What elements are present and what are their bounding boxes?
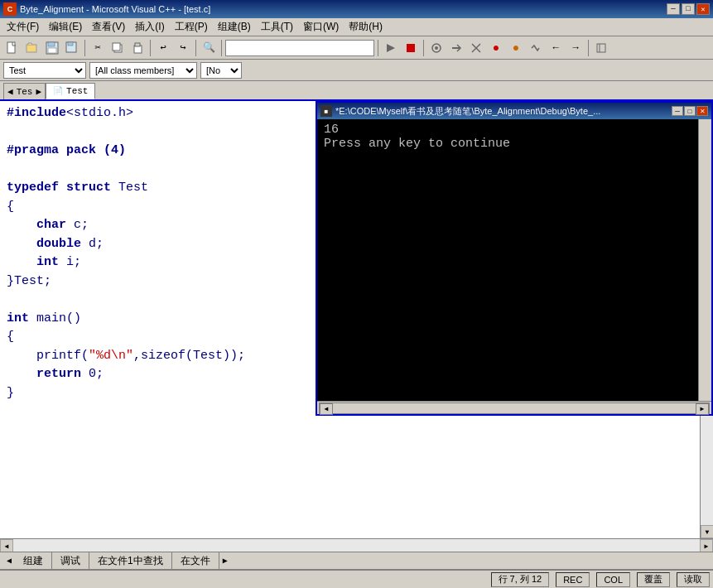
console-min-btn[interactable]: ─ xyxy=(672,106,683,116)
toolbar-sep-4 xyxy=(221,40,222,56)
console-icon: ■ xyxy=(320,105,332,117)
toolbar-sep-7 xyxy=(588,40,589,56)
toolbar-sep-5 xyxy=(378,40,378,56)
editor-scrollbar-h: ◀ ▶ xyxy=(0,538,713,552)
title-bar: C Byte_Alignment - Microsoft Visual C++ … xyxy=(0,0,713,18)
svg-rect-4 xyxy=(48,48,56,53)
open-button[interactable] xyxy=(23,39,41,57)
main-toolbar: ✂ ↩ ↪ 🔍 ● ● xyxy=(0,36,713,60)
console-bottom-bar: ◀ ▶ xyxy=(317,401,711,414)
status-read: 读取 xyxy=(677,572,710,587)
console-scroll-left[interactable]: ◀ xyxy=(320,403,333,415)
save-all-button[interactable] xyxy=(63,39,81,57)
menu-build[interactable]: 组建(B) xyxy=(213,18,256,36)
svg-point-14 xyxy=(435,46,438,50)
svg-rect-18 xyxy=(597,44,605,52)
close-button[interactable]: ✕ xyxy=(696,3,710,15)
toolbar-sep-1 xyxy=(84,40,85,56)
toolbar-sep-3 xyxy=(195,40,196,56)
menu-help[interactable]: 帮助(H) xyxy=(344,18,388,36)
menu-tools[interactable]: 工具(T) xyxy=(256,18,298,36)
menu-insert[interactable]: 插入(I) xyxy=(130,18,169,36)
console-hscroll[interactable]: ◀ ▶ xyxy=(319,402,710,414)
tab-testc[interactable]: 📄 Test xyxy=(46,83,95,99)
maximize-button[interactable]: □ xyxy=(682,3,695,15)
console-scroll-track xyxy=(333,403,696,413)
bottom-tab-right-arrow[interactable]: ▶ xyxy=(219,554,231,567)
menu-bar: 文件(F) 编辑(E) 查看(V) 插入(I) 工程(P) 组建(B) 工具(T… xyxy=(0,18,713,36)
status-bar: 行 7, 列 12 REC COL 覆盖 读取 xyxy=(0,570,713,588)
content-area: #include<stdio.h> #pragma pack (4) typed… xyxy=(0,101,713,588)
toolbar-btn-7[interactable]: ← xyxy=(547,39,565,57)
copy-button[interactable] xyxy=(108,39,127,57)
bottom-tab-debug[interactable]: 调试 xyxy=(52,552,89,569)
class-combo[interactable]: Test xyxy=(3,62,86,79)
menu-project[interactable]: 工程(P) xyxy=(170,18,213,36)
find-button[interactable]: 🔍 xyxy=(200,39,218,57)
cut-button[interactable]: ✂ xyxy=(89,39,107,57)
console-close-btn[interactable]: ✕ xyxy=(696,106,708,116)
menu-edit[interactable]: 编辑(E) xyxy=(44,18,87,36)
scroll-left-btn[interactable]: ◀ xyxy=(0,539,13,552)
console-line-1: 16 xyxy=(324,123,691,137)
console-title-text: *E:\CODE\Myself\看书及思考随笔\Byte_Alignment\D… xyxy=(335,105,600,118)
compile-button[interactable] xyxy=(382,39,400,57)
menu-file[interactable]: 文件(F) xyxy=(2,18,44,36)
redo-button[interactable]: ↪ xyxy=(174,39,192,57)
console-title-left: ■ *E:\CODE\Myself\看书及思考随笔\Byte_Alignment… xyxy=(320,105,600,118)
toolbar-btn-3[interactable] xyxy=(467,39,485,57)
bottom-tab-left-arrow[interactable]: ◀ xyxy=(3,554,15,567)
toolbar-btn-4[interactable]: ● xyxy=(487,39,505,57)
title-bar-controls: ─ □ ✕ xyxy=(667,3,710,15)
console-title-bar: ■ *E:\CODE\Myself\看书及思考随笔\Byte_Alignment… xyxy=(317,103,711,119)
new-button[interactable] xyxy=(3,39,22,57)
console-window: ■ *E:\CODE\Myself\看书及思考随笔\Byte_Alignment… xyxy=(316,101,713,416)
status-rec: REC xyxy=(556,572,590,587)
toolbar-btn-9[interactable] xyxy=(592,39,610,57)
status-rowcol: 行 7, 列 12 xyxy=(491,572,550,587)
save-button[interactable] xyxy=(43,39,61,57)
toolbar-sep-2 xyxy=(150,40,151,56)
svg-rect-0 xyxy=(7,42,15,53)
console-scroll-right[interactable]: ▶ xyxy=(696,403,709,415)
app-window: C Byte_Alignment - Microsoft Visual C++ … xyxy=(0,0,713,588)
scroll-down-btn[interactable]: ▼ xyxy=(701,525,713,538)
paste-button[interactable] xyxy=(128,39,147,57)
minimize-button[interactable]: ─ xyxy=(667,3,680,15)
members-combo[interactable]: [All class members] xyxy=(89,62,197,79)
toolbar-btn-8[interactable]: → xyxy=(566,39,585,57)
tab-nav[interactable]: ◀ Tes ▶ xyxy=(3,83,46,99)
tab-nav-label: Tes xyxy=(17,87,33,97)
console-max-btn[interactable]: □ xyxy=(684,106,696,116)
svg-rect-12 xyxy=(407,44,415,52)
menu-view[interactable]: 查看(V) xyxy=(87,18,130,36)
console-output: 16 Press any key to continue xyxy=(317,119,698,401)
svg-rect-8 xyxy=(113,43,120,51)
tab-nav-left[interactable]: ◀ xyxy=(7,86,13,97)
bottom-tabs: ◀ 组建 调试 在文件1中查找 在文件 ▶ xyxy=(0,552,713,570)
menu-window[interactable]: 窗口(W) xyxy=(298,18,344,36)
tab-nav-right[interactable]: ▶ xyxy=(36,86,41,97)
no-combo[interactable]: [No xyxy=(200,62,242,79)
console-controls: ─ □ ✕ xyxy=(672,106,708,116)
toolbar-btn-2[interactable] xyxy=(447,39,465,57)
toolbar-btn-5[interactable]: ● xyxy=(507,39,525,57)
tab-label: Test xyxy=(66,86,88,96)
svg-rect-6 xyxy=(68,42,73,46)
undo-button[interactable]: ↩ xyxy=(154,39,172,57)
bottom-tab-find1[interactable]: 在文件1中查找 xyxy=(89,552,172,569)
bottom-tab-find2[interactable]: 在文件 xyxy=(172,552,219,569)
svg-rect-3 xyxy=(48,42,55,46)
toolbar-btn-1[interactable] xyxy=(427,39,446,57)
editor-area: #include<stdio.h> #pragma pack (4) typed… xyxy=(0,101,713,552)
toolbar-btn-6[interactable] xyxy=(527,39,545,57)
console-body: 16 Press any key to continue xyxy=(317,119,711,401)
status-col: COL xyxy=(596,572,630,587)
svg-rect-1 xyxy=(26,45,36,52)
app-icon: C xyxy=(3,2,17,16)
stop-button[interactable] xyxy=(402,39,420,57)
console-scrollbar-v[interactable] xyxy=(698,119,711,401)
scroll-right-btn[interactable]: ▶ xyxy=(700,539,713,552)
bottom-tab-build[interactable]: 组建 xyxy=(15,552,52,569)
search-combo[interactable] xyxy=(225,40,374,56)
